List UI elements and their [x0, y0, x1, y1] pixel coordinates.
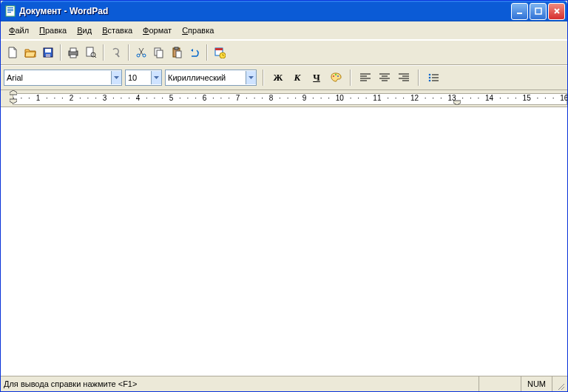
svg-rect-23	[215, 48, 223, 50]
font-size-input[interactable]	[126, 71, 151, 84]
title-bar: Документ - WordPad	[1, 1, 567, 21]
minimize-button[interactable]	[511, 3, 528, 20]
print-preview-icon	[85, 47, 97, 58]
svg-point-25	[333, 75, 334, 77]
menu-view[interactable]: Вид	[72, 24, 97, 36]
chevron-down-icon[interactable]	[151, 71, 161, 84]
maximize-button[interactable]	[530, 3, 547, 20]
svg-rect-9	[46, 54, 50, 57]
copy-button[interactable]	[151, 44, 167, 61]
svg-point-16	[143, 54, 146, 57]
format-toolbar: Ж К Ч	[1, 65, 567, 90]
svg-point-30	[429, 80, 431, 82]
svg-rect-11	[70, 48, 76, 52]
menu-file[interactable]: Файл	[4, 24, 34, 36]
window-title: Документ - WordPad	[19, 6, 108, 16]
menu-format[interactable]: Формат	[138, 24, 177, 36]
datetime-button[interactable]	[212, 44, 228, 61]
standard-toolbar	[1, 40, 567, 65]
cut-icon	[135, 47, 147, 58]
font-size-combo[interactable]	[125, 70, 162, 86]
menu-help[interactable]: Справка	[177, 24, 219, 36]
bullets-icon	[428, 73, 439, 82]
svg-rect-1	[7, 7, 13, 8]
status-help-text: Для вывода справки нажмите <F1>	[1, 376, 479, 391]
resize-grip[interactable]	[552, 375, 567, 392]
svg-rect-5	[517, 13, 522, 14]
font-name-input[interactable]	[4, 71, 111, 84]
new-button[interactable]	[4, 44, 21, 61]
charset-combo[interactable]	[165, 70, 257, 86]
menu-bar: Файл Правка Вид Вставка Формат Справка	[1, 21, 567, 40]
paste-button[interactable]	[169, 44, 185, 61]
document-area[interactable]	[1, 107, 567, 376]
svg-rect-12	[70, 55, 76, 58]
svg-point-15	[137, 54, 140, 57]
status-num: NUM	[521, 376, 552, 391]
svg-rect-3	[7, 10, 13, 11]
svg-rect-4	[7, 12, 11, 13]
app-icon	[4, 5, 16, 17]
status-bar: Для вывода справки нажмите <F1> NUM	[1, 376, 567, 391]
svg-point-29	[429, 77, 431, 79]
align-right-icon	[399, 73, 409, 82]
print-icon	[67, 47, 79, 58]
find-icon	[110, 47, 122, 58]
undo-button[interactable]	[186, 44, 203, 61]
svg-rect-13	[87, 47, 93, 56]
open-button[interactable]	[22, 44, 38, 61]
svg-rect-21	[176, 51, 181, 58]
italic-button[interactable]: К	[289, 70, 305, 85]
ruler-scale: · · · 1 · · · 2 · · · 3 · · · 4 · · · 5 …	[13, 94, 567, 102]
underline-button[interactable]: Ч	[308, 70, 325, 85]
svg-rect-6	[535, 8, 541, 14]
print-preview-button[interactable]	[83, 44, 99, 61]
charset-input[interactable]	[166, 71, 246, 84]
align-right-button[interactable]	[396, 70, 412, 85]
palette-icon	[330, 72, 342, 84]
svg-point-28	[429, 74, 431, 76]
font-name-combo[interactable]	[4, 70, 122, 86]
paste-icon	[171, 47, 183, 58]
svg-point-26	[335, 74, 337, 75]
align-center-icon	[379, 73, 390, 82]
undo-icon	[189, 47, 200, 58]
chevron-down-icon[interactable]	[111, 71, 121, 84]
svg-point-27	[337, 75, 339, 77]
menu-insert[interactable]: Вставка	[97, 24, 138, 36]
find-button[interactable]	[108, 44, 124, 61]
save-icon	[42, 47, 54, 58]
right-indent-marker[interactable]	[453, 99, 461, 105]
menu-edit[interactable]: Правка	[34, 24, 72, 36]
copy-icon	[153, 47, 165, 58]
align-left-button[interactable]	[357, 70, 373, 85]
app-window: Документ - WordPad Файл Правка Вид Встав…	[0, 0, 568, 392]
ruler[interactable]: · · · 1 · · · 2 · · · 3 · · · 4 · · · 5 …	[1, 90, 567, 107]
svg-rect-18	[157, 50, 163, 58]
svg-rect-2	[7, 9, 13, 10]
bullets-button[interactable]	[425, 70, 442, 85]
chevron-down-icon[interactable]	[246, 71, 256, 84]
datetime-icon	[214, 47, 226, 58]
cut-button[interactable]	[133, 44, 149, 61]
save-button[interactable]	[40, 44, 56, 61]
svg-rect-20	[175, 47, 178, 50]
text-color-button[interactable]	[328, 70, 344, 85]
new-file-icon	[7, 47, 18, 58]
svg-rect-8	[45, 49, 51, 53]
print-button[interactable]	[65, 44, 81, 61]
open-folder-icon	[24, 47, 36, 58]
align-center-button[interactable]	[376, 70, 393, 85]
status-caps	[479, 376, 521, 391]
align-left-icon	[360, 73, 371, 82]
close-button[interactable]	[548, 3, 565, 20]
bold-button[interactable]: Ж	[270, 70, 286, 85]
